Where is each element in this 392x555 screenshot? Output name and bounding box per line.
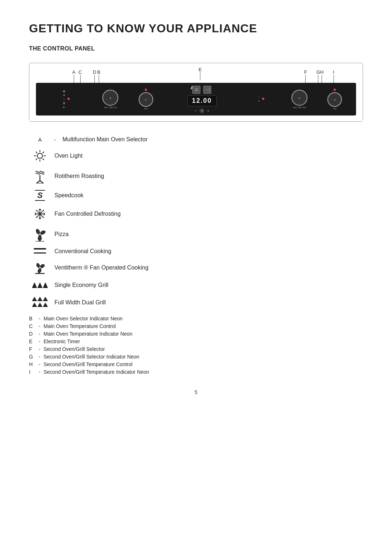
legend-section: A - Multifunction Main Oven Selector Ove…	[29, 136, 363, 309]
def-row-d: D - Main Oven Temperature Indicator Neon	[29, 331, 363, 337]
svg-marker-35	[37, 297, 42, 301]
legend-item-speedcook: S Speedcook	[29, 190, 363, 201]
def-desc-c: Main Oven Temperature Control	[44, 323, 363, 329]
svg-point-0	[37, 153, 42, 158]
def-dash-i: -	[36, 369, 44, 375]
display-time: 12.00	[187, 95, 217, 106]
def-desc-g: Second Oven/Grill Selector Indicator Neo…	[44, 354, 363, 360]
panel-label-b: B	[97, 69, 101, 75]
legend-item-fan-defrost: Fan Controlled Defrosting	[29, 207, 363, 220]
svg-marker-37	[32, 303, 37, 307]
def-letter-h: H	[29, 361, 36, 367]
svg-marker-32	[37, 282, 42, 288]
legend-item-ventitherm: Ventitherm ® Fan Operated Cooking	[29, 261, 363, 274]
def-row-b: B - Main Oven Selector Indicator Neon	[29, 316, 363, 321]
svg-line-5	[36, 152, 37, 153]
svg-point-29	[39, 267, 41, 269]
def-desc-i: Second Oven/Grill Temperature Indicator …	[44, 369, 363, 375]
conventional-label: Conventional Cooking	[51, 248, 111, 255]
fan-defrost-icon	[33, 207, 46, 220]
panel-label-a: A	[72, 69, 75, 75]
dual-grill-label: Full Width Dual Grill	[51, 299, 106, 306]
def-row-h: H - Second Oven/Grill Temperature Contro…	[29, 361, 363, 367]
svg-marker-33	[43, 282, 48, 288]
def-dash-g: -	[36, 354, 44, 360]
svg-marker-39	[43, 303, 48, 307]
def-desc-e: Electronic Timer	[44, 339, 363, 344]
def-dash-d: -	[36, 331, 44, 337]
page-title: GETTING TO KNOW YOUR APPLIANCE	[29, 22, 363, 35]
svg-line-6	[42, 158, 44, 160]
def-letter-i: I	[29, 369, 36, 375]
speedcook-label: Speedcook	[51, 192, 83, 199]
single-grill-icon	[32, 281, 48, 289]
panel-label-d: D	[93, 69, 96, 75]
def-dash-e: -	[36, 339, 44, 344]
pizza-label: Pizza	[51, 231, 69, 238]
svg-marker-31	[32, 282, 37, 288]
def-row-c: C - Main Oven Temperature Control	[29, 323, 363, 329]
ventitherm-label: Ventitherm ® Fan Operated Cooking	[51, 264, 148, 271]
def-letter-e: E	[29, 339, 36, 344]
def-desc-d: Main Oven Temperature Indicator Neon	[44, 331, 363, 337]
def-dash-f: -	[36, 346, 44, 352]
dual-grill-icon	[32, 296, 48, 309]
legend-item-a: A - Multifunction Main Oven Selector	[29, 136, 363, 143]
single-grill-label: Single Economy Grill	[51, 282, 109, 288]
pizza-icon	[33, 227, 46, 242]
def-desc-h: Second Oven/Grill Temperature Control	[44, 361, 363, 367]
fan-defrost-label: Fan Controlled Defrosting	[51, 211, 121, 217]
sun-icon	[33, 149, 46, 162]
def-row-e: E - Electronic Timer	[29, 339, 363, 344]
section-title: THE CONTROL PANEL	[29, 45, 363, 52]
panel-label-g: G	[317, 69, 320, 75]
def-letter-b: B	[29, 316, 36, 321]
desc-a: Multifunction Main Oven Selector	[59, 136, 148, 143]
panel-label-e: E	[199, 67, 202, 72]
def-letter-c: C	[29, 323, 36, 329]
panel-label-i: I	[333, 69, 334, 75]
def-letter-f: F	[29, 346, 36, 352]
def-desc-b: Main Oven Selector Indicator Neon	[44, 316, 363, 321]
legend-item-oven-light: Oven Light	[29, 149, 363, 162]
svg-line-8	[36, 158, 37, 160]
def-dash-h: -	[36, 361, 44, 367]
panel-label-f: F	[304, 69, 307, 75]
svg-marker-34	[32, 297, 37, 301]
page-number: 5	[29, 389, 363, 395]
rotitherm-icon	[33, 169, 46, 183]
ventitherm-icon	[33, 261, 46, 274]
def-dash-b: -	[36, 316, 44, 321]
def-dash-c: -	[36, 323, 44, 329]
def-desc-f: Second Oven/Grill Selector	[44, 346, 363, 352]
svg-point-26	[39, 233, 41, 235]
dash-a: -	[51, 137, 59, 143]
svg-point-17	[39, 213, 41, 215]
letter-a: A	[38, 137, 42, 143]
control-panel-diagram: A B C D E F	[29, 63, 363, 122]
speedcook-s-icon: S	[37, 191, 43, 199]
legend-item-conventional: Conventional Cooking	[29, 248, 363, 255]
svg-marker-38	[37, 303, 42, 307]
legend-item-single-grill: Single Economy Grill	[29, 281, 363, 289]
def-row-i: I - Second Oven/Grill Temperature Indica…	[29, 369, 363, 375]
def-row-g: G - Second Oven/Grill Selector Indicator…	[29, 354, 363, 360]
rotitherm-label: Rotitherm Roasting	[51, 173, 104, 179]
legend-item-pizza: Pizza	[29, 227, 363, 242]
def-letter-d: D	[29, 331, 36, 337]
def-letter-g: G	[29, 354, 36, 360]
definitions-section: B - Main Oven Selector Indicator Neon C …	[29, 316, 363, 375]
control-strip: AEG ⊞ ☀ ↕ ⚙ ≡ ● 250° 200 150	[36, 83, 356, 116]
panel-label-h: H	[320, 69, 323, 75]
svg-marker-36	[43, 297, 48, 301]
oven-light-label: Oven Light	[51, 153, 82, 159]
legend-item-rotitherm: Rotitherm Roasting	[29, 169, 363, 183]
legend-item-dual-grill: Full Width Dual Grill	[29, 296, 363, 309]
svg-line-7	[42, 152, 44, 153]
def-row-f: F - Second Oven/Grill Selector	[29, 346, 363, 352]
panel-label-c: C	[78, 69, 82, 75]
